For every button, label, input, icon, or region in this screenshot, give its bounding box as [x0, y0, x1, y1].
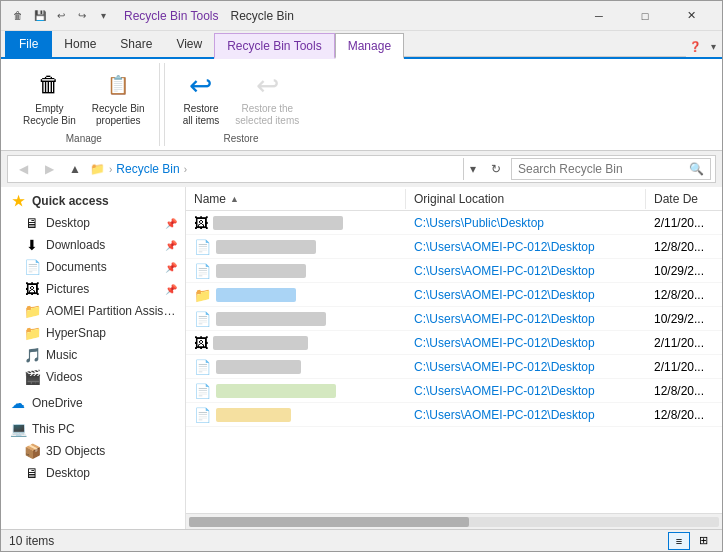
restore-group-label: Restore: [223, 131, 258, 144]
aomei-icon: 📁: [23, 303, 41, 319]
file-cell-location-6: C:\Users\AOMEI-PC-012\Desktop: [406, 358, 646, 376]
up-button[interactable]: ▲: [64, 158, 86, 180]
large-icons-view-button[interactable]: ⊞: [692, 532, 714, 550]
sidebar-item-desktop[interactable]: 🖥 Desktop 📌: [1, 212, 185, 234]
sidebar-item-documents[interactable]: 📄 Documents 📌: [1, 256, 185, 278]
file-name-blurred: [216, 264, 306, 278]
ribbon-manage-items: 🗑 EmptyRecycle Bin 📋 Recycle Binproperti…: [17, 65, 151, 131]
downloads-label: Downloads: [46, 238, 160, 252]
file-cell-location-7: C:\Users\AOMEI-PC-012\Desktop: [406, 382, 646, 400]
videos-label: Videos: [46, 370, 177, 384]
sidebar-item-pictures[interactable]: 🖼 Pictures 📌: [1, 278, 185, 300]
minimize-button[interactable]: ─: [576, 1, 622, 31]
file-cell-location-2: C:\Users\AOMEI-PC-012\Desktop: [406, 262, 646, 280]
sidebar-item-videos[interactable]: 🎬 Videos: [1, 366, 185, 388]
table-row[interactable]: 📄 C:\Users\AOMEI-PC-012\Desktop 10/29/2.…: [186, 259, 722, 283]
dropdown-icon[interactable]: ▾: [94, 7, 112, 25]
music-icon: 🎵: [23, 347, 41, 363]
table-row[interactable]: 🖼 C:\Users\Public\Desktop 2/11/20...: [186, 211, 722, 235]
details-view-button[interactable]: ≡: [668, 532, 690, 550]
refresh-button[interactable]: ↻: [485, 158, 507, 180]
pictures-icon: 🖼: [23, 281, 41, 297]
quick-access-toolbar: 💾 ↩ ↪ ▾: [31, 7, 112, 25]
file-cell-date-0: 2/11/20...: [646, 214, 722, 232]
horizontal-scrollbar[interactable]: [189, 517, 719, 527]
table-row[interactable]: 📄 C:\Users\AOMEI-PC-012\Desktop 2/11/20.…: [186, 355, 722, 379]
ribbon-tools-tab-label: Recycle Bin Tools: [124, 9, 219, 23]
file-cell-name: 📄: [186, 381, 406, 401]
col-header-location[interactable]: Original Location: [406, 189, 646, 209]
file-name-blurred: [216, 288, 296, 302]
file-cell-name: 📄: [186, 405, 406, 425]
status-bar: 10 items ≡ ⊞: [1, 529, 722, 551]
horizontal-scrollbar-thumb[interactable]: [189, 517, 469, 527]
desktop-label: Desktop: [46, 216, 160, 230]
file-list: Name ▲ Original Location Date De 🖼 C:\Us…: [186, 187, 722, 529]
search-box[interactable]: 🔍: [511, 158, 711, 180]
file-cell-name: 📁: [186, 285, 406, 305]
empty-recycle-bin-button[interactable]: 🗑 EmptyRecycle Bin: [17, 65, 82, 131]
table-row[interactable]: 📁 C:\Users\AOMEI-PC-012\Desktop 12/8/20.…: [186, 283, 722, 307]
col-header-name[interactable]: Name ▲: [186, 189, 406, 209]
sidebar-item-music[interactable]: 🎵 Music: [1, 344, 185, 366]
undo-icon[interactable]: ↩: [52, 7, 70, 25]
file-icon: 📄: [194, 359, 211, 375]
close-button[interactable]: ✕: [668, 1, 714, 31]
thispc-label: This PC: [32, 422, 177, 436]
desktop-pin: 📌: [165, 218, 177, 229]
aomei-label: AOMEI Partition Assista...: [46, 304, 177, 318]
sidebar-item-desktop2[interactable]: 🖥 Desktop: [1, 462, 185, 484]
sidebar-item-downloads[interactable]: ⬇ Downloads 📌: [1, 234, 185, 256]
sidebar-item-aomei[interactable]: 📁 AOMEI Partition Assista...: [1, 300, 185, 322]
tab-manage[interactable]: Manage: [335, 33, 404, 59]
sidebar-item-3dobjects[interactable]: 📦 3D Objects: [1, 440, 185, 462]
file-name-blurred: [216, 384, 336, 398]
sidebar-thispc[interactable]: 💻 This PC: [1, 418, 185, 440]
search-input[interactable]: [518, 162, 685, 176]
maximize-button[interactable]: □: [622, 1, 668, 31]
file-cell-date-4: 10/29/2...: [646, 310, 722, 328]
table-row[interactable]: 🖼 C:\Users\AOMEI-PC-012\Desktop 2/11/20.…: [186, 331, 722, 355]
ribbon-expand-icon[interactable]: ▾: [704, 37, 722, 55]
quick-access-label: Quick access: [32, 194, 177, 208]
table-row[interactable]: 📄 C:\Users\AOMEI-PC-012\Desktop 12/8/20.…: [186, 379, 722, 403]
music-label: Music: [46, 348, 177, 362]
restore-all-button[interactable]: ↩ Restoreall items: [177, 65, 226, 131]
ribbon-tab-bar: File Home Share View Recycle Bin Tools M…: [1, 31, 722, 59]
sidebar: ★ Quick access 🖥 Desktop 📌 ⬇ Downloads 📌…: [1, 187, 186, 529]
file-list-header: Name ▲ Original Location Date De: [186, 187, 722, 211]
onedrive-icon: ☁: [9, 395, 27, 411]
tab-file[interactable]: File: [5, 31, 52, 57]
breadcrumb-recycle-bin[interactable]: Recycle Bin: [116, 162, 179, 176]
table-row[interactable]: 📄 C:\Users\AOMEI-PC-012\Desktop 12/8/20.…: [186, 235, 722, 259]
tab-view[interactable]: View: [164, 31, 214, 57]
help-icon[interactable]: ❓: [686, 37, 704, 55]
recycle-bin-properties-button[interactable]: 📋 Recycle Binproperties: [86, 65, 151, 131]
videos-icon: 🎬: [23, 369, 41, 385]
tab-share[interactable]: Share: [108, 31, 164, 57]
onedrive-label: OneDrive: [32, 396, 177, 410]
file-cell-location-8: C:\Users\AOMEI-PC-012\Desktop: [406, 406, 646, 424]
table-row[interactable]: 📄 C:\Users\AOMEI-PC-012\Desktop 10/29/2.…: [186, 307, 722, 331]
table-row[interactable]: 📄 C:\Users\AOMEI-PC-012\Desktop 12/8/20.…: [186, 403, 722, 427]
redo-icon[interactable]: ↪: [73, 7, 91, 25]
forward-button: ▶: [38, 158, 60, 180]
sidebar-quick-access[interactable]: ★ Quick access: [1, 187, 185, 212]
empty-recycle-bin-label: EmptyRecycle Bin: [23, 103, 76, 127]
file-cell-name: 🖼: [186, 213, 406, 233]
pictures-pin: 📌: [165, 284, 177, 295]
col-header-date[interactable]: Date De: [646, 189, 722, 209]
tab-spacer: [404, 56, 686, 57]
breadcrumb-arrow2: ›: [184, 164, 187, 175]
sidebar-item-hypersnap[interactable]: 📁 HyperSnap: [1, 322, 185, 344]
breadcrumb-dropdown[interactable]: ▾: [463, 158, 481, 180]
file-rows: 🖼 C:\Users\Public\Desktop 2/11/20... 📄 C…: [186, 211, 722, 513]
sidebar-onedrive[interactable]: ☁ OneDrive: [1, 392, 185, 414]
file-cell-date-8: 12/8/20...: [646, 406, 722, 424]
save-icon[interactable]: 💾: [31, 7, 49, 25]
documents-label: Documents: [46, 260, 160, 274]
tab-home[interactable]: Home: [52, 31, 108, 57]
properties-label: Recycle Binproperties: [92, 103, 145, 127]
file-cell-name: 🖼: [186, 333, 406, 353]
title-bar-left: 🗑 💾 ↩ ↪ ▾ Recycle Bin Tools Recycle Bin: [9, 7, 576, 25]
